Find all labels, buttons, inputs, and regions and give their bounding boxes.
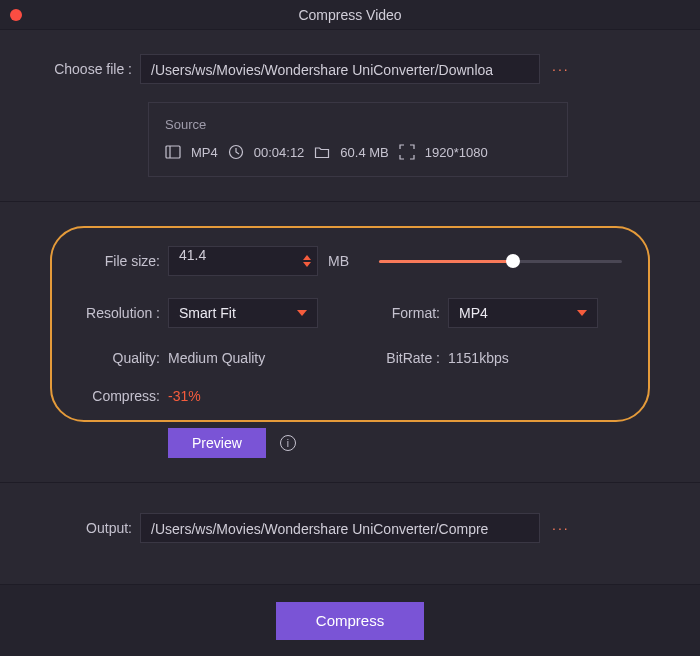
file-size-label: File size: <box>78 253 168 269</box>
input-section: Choose file : /Users/ws/Movies/Wondersha… <box>0 30 700 202</box>
file-size-input[interactable]: 41.4 <box>168 246 318 276</box>
resolution-label: Resolution : <box>78 305 168 321</box>
file-size-step-down[interactable] <box>303 262 311 267</box>
compress-button[interactable]: Compress <box>276 602 424 640</box>
clock-icon <box>228 144 244 160</box>
format-label: Format: <box>378 305 448 321</box>
browse-output-button[interactable]: ··· <box>552 520 570 536</box>
file-size-input-wrap: 41.4 <box>168 246 318 276</box>
file-size-slider[interactable] <box>379 251 622 271</box>
choose-file-label: Choose file : <box>40 61 140 77</box>
source-title: Source <box>165 117 551 132</box>
quality-value: Medium Quality <box>168 350 318 366</box>
chevron-down-icon <box>577 310 587 316</box>
output-label: Output: <box>40 520 140 536</box>
file-size-step-up[interactable] <box>303 255 311 260</box>
resolution-select[interactable]: Smart Fit <box>168 298 318 328</box>
resolution-icon <box>399 144 415 160</box>
svg-rect-0 <box>166 146 180 158</box>
bitrate-value: 1151kbps <box>448 350 509 366</box>
info-icon[interactable]: i <box>280 435 296 451</box>
source-resolution: 1920*1080 <box>425 145 488 160</box>
source-duration: 00:04:12 <box>254 145 305 160</box>
file-size-unit: MB <box>328 253 349 269</box>
source-size: 60.4 MB <box>340 145 388 160</box>
folder-icon <box>314 144 330 160</box>
video-file-icon <box>165 144 181 160</box>
slider-thumb[interactable] <box>506 254 520 268</box>
browse-file-button[interactable]: ··· <box>552 61 570 77</box>
quality-label: Quality: <box>78 350 168 366</box>
source-format: MP4 <box>191 145 218 160</box>
output-path[interactable]: /Users/ws/Movies/Wondershare UniConverte… <box>140 513 540 543</box>
window-title: Compress Video <box>0 7 700 23</box>
compress-label: Compress: <box>78 388 168 404</box>
close-window-button[interactable] <box>10 9 22 21</box>
preview-button[interactable]: Preview <box>168 428 266 458</box>
chevron-down-icon <box>297 310 307 316</box>
footer: Compress <box>0 584 700 656</box>
output-section: Output: /Users/ws/Movies/Wondershare Uni… <box>0 482 700 543</box>
bitrate-label: BitRate : <box>378 350 448 366</box>
compress-value: -31% <box>168 388 201 404</box>
source-info-box: Source MP4 00:04:12 60.4 MB 1920*1080 <box>148 102 568 177</box>
choose-file-path[interactable]: /Users/ws/Movies/Wondershare UniConverte… <box>140 54 540 84</box>
titlebar: Compress Video <box>0 0 700 30</box>
format-select[interactable]: MP4 <box>448 298 598 328</box>
settings-section: File size: 41.4 MB Resolution : <box>0 202 700 482</box>
settings-highlight: File size: 41.4 MB Resolution : <box>50 226 650 422</box>
